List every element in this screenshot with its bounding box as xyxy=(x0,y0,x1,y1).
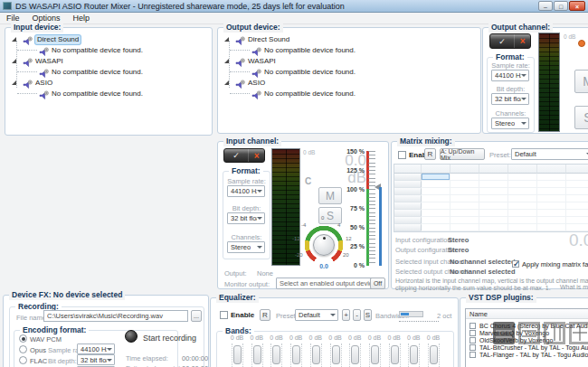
matrix-cell[interactable] xyxy=(508,174,537,181)
eq-enable-checkbox[interactable] xyxy=(220,311,228,319)
output-bit-depth-select[interactable]: 32 bit float xyxy=(491,93,529,105)
menu-file[interactable]: File xyxy=(6,14,20,23)
eq-band-slider-thumb[interactable] xyxy=(253,345,261,364)
vst-plugin-checkbox[interactable] xyxy=(469,330,476,336)
eq-band-slider-thumb[interactable] xyxy=(233,345,242,364)
input-channels-select[interactable]: Stereo xyxy=(227,241,265,253)
eq-preset-select[interactable]: Default xyxy=(295,309,338,321)
bandwidth-slider[interactable] xyxy=(399,311,423,317)
add-band-button[interactable]: + xyxy=(342,309,350,321)
matrix-help-link[interactable]: What is matr xyxy=(560,283,588,291)
matrix-cell[interactable] xyxy=(479,181,508,188)
matrix-cell[interactable] xyxy=(508,202,537,210)
matrix-cell[interactable] xyxy=(450,210,479,217)
matrix-row-header[interactable] xyxy=(394,195,422,202)
matrix-cell[interactable] xyxy=(422,217,450,224)
menu-help[interactable]: Help xyxy=(73,14,90,23)
matrix-col-header[interactable] xyxy=(479,165,508,174)
matrix-row-header[interactable] xyxy=(394,181,422,188)
matrix-cell[interactable] xyxy=(537,217,566,224)
matrix-cell[interactable] xyxy=(566,210,588,217)
eq-band-slider-thumb[interactable] xyxy=(272,345,280,364)
output-sample-rate-select[interactable]: 44100 Hz xyxy=(491,70,529,81)
matrix-cell[interactable] xyxy=(566,202,588,210)
matrix-cell[interactable] xyxy=(566,217,588,224)
matrix-col-header[interactable] xyxy=(508,165,537,174)
menu-options[interactable]: Options xyxy=(33,14,61,23)
matrix-cell[interactable] xyxy=(422,181,450,188)
eq-band-slider-thumb[interactable] xyxy=(371,345,379,364)
matrix-cell[interactable] xyxy=(422,174,450,181)
eq-band-slider-thumb[interactable] xyxy=(430,345,438,364)
matrix-cell[interactable] xyxy=(508,224,537,231)
matrix-cell[interactable] xyxy=(422,224,450,231)
matrix-cell[interactable] xyxy=(450,188,479,195)
close-button[interactable]: × xyxy=(569,1,585,11)
matrix-reset-button[interactable]: R xyxy=(424,148,436,160)
knob-handle[interactable] xyxy=(313,234,335,256)
remove-band-button[interactable]: - xyxy=(353,309,361,321)
tree-expander-icon[interactable] xyxy=(12,80,16,85)
tree-expander-icon[interactable] xyxy=(224,37,229,42)
vst-plugin-checkbox[interactable] xyxy=(469,352,476,358)
eq-band-slider-thumb[interactable] xyxy=(332,345,340,364)
matrix-cell[interactable] xyxy=(537,181,566,188)
rec-bit-depth-select[interactable]: 32 bit float xyxy=(77,354,115,365)
minimize-button[interactable]: – xyxy=(538,1,553,11)
matrix-row-header[interactable] xyxy=(394,217,422,224)
record-button[interactable] xyxy=(125,330,138,343)
eq-band-slider-thumb[interactable] xyxy=(312,345,320,364)
input-sample-rate-select[interactable]: 44100 Hz xyxy=(227,185,265,197)
eq-band-slider-thumb[interactable] xyxy=(351,345,359,364)
eq-band-slider-thumb[interactable] xyxy=(391,345,399,364)
matrix-cell[interactable] xyxy=(537,202,566,210)
matrix-cell[interactable] xyxy=(479,217,508,224)
clip-reset-label[interactable]: C xyxy=(305,176,311,186)
monitor-output-select[interactable]: Select an enabled output device... xyxy=(276,278,381,289)
input-channel-enable-toggle[interactable]: ✓× xyxy=(223,148,265,163)
tree-expander-icon[interactable] xyxy=(12,59,16,63)
matrix-cell[interactable] xyxy=(450,181,479,188)
browse-button[interactable]: ... xyxy=(191,310,202,322)
tree-expander-icon[interactable] xyxy=(12,37,16,42)
opus-radio[interactable] xyxy=(19,345,27,353)
tree-expander-icon[interactable] xyxy=(224,59,229,63)
matrix-cell[interactable] xyxy=(566,181,588,188)
vst-plugin-label[interactable]: TAL-BitCrusher - TAL by TAL - Togu Audio… xyxy=(479,344,588,352)
tree-node-label[interactable]: Direct Sound xyxy=(35,35,81,44)
eq-band-slider-thumb[interactable] xyxy=(292,345,300,364)
output-solo-button[interactable]: S xyxy=(574,106,588,129)
matrix-cell[interactable] xyxy=(508,188,537,195)
output-channels-select[interactable]: Stereo xyxy=(491,118,529,129)
eq-reset-button[interactable]: R xyxy=(260,309,270,321)
matrix-row-header[interactable] xyxy=(394,188,422,195)
matrix-cell[interactable] xyxy=(450,174,479,181)
monitor-off-button[interactable]: Off xyxy=(370,278,385,289)
tree-node-label[interactable]: ASIO xyxy=(248,79,265,88)
matrix-col-header[interactable] xyxy=(422,165,450,174)
matrix-cell[interactable] xyxy=(479,224,508,231)
matrix-cell[interactable] xyxy=(537,188,566,195)
rec-sample-rate-select[interactable]: 44100 Hz xyxy=(77,343,115,354)
tree-node-label[interactable]: Direct Sound xyxy=(248,35,289,44)
eq-band-slider-thumb[interactable] xyxy=(410,345,418,364)
vst-plugin-checkbox[interactable] xyxy=(469,323,476,329)
matrix-col-header[interactable] xyxy=(537,165,566,174)
matrix-row-header[interactable] xyxy=(394,210,422,217)
matrix-cell[interactable] xyxy=(508,181,537,188)
eq-s-button[interactable]: S xyxy=(364,309,372,321)
tree-node-label[interactable]: WASAPI xyxy=(248,57,276,66)
matrix-cell[interactable] xyxy=(479,174,508,181)
matrix-cell[interactable] xyxy=(479,210,508,217)
matrix-cell[interactable] xyxy=(508,195,537,202)
matrix-cell[interactable] xyxy=(537,174,566,181)
fade-matrix-checkbox[interactable] xyxy=(512,260,519,268)
matrix-cell[interactable] xyxy=(566,195,588,202)
wav-pcm-radio[interactable] xyxy=(19,334,27,343)
matrix-enable-checkbox[interactable] xyxy=(398,151,406,159)
updown-mix-button[interactable]: A: Up/Down Mix xyxy=(440,148,485,160)
vst-plugin-label[interactable]: OldSkoolVerb by Voxengo xyxy=(479,337,553,344)
tree-expander-icon[interactable] xyxy=(224,80,229,85)
matrix-cell[interactable] xyxy=(566,174,588,181)
matrix-cell[interactable] xyxy=(422,195,450,202)
